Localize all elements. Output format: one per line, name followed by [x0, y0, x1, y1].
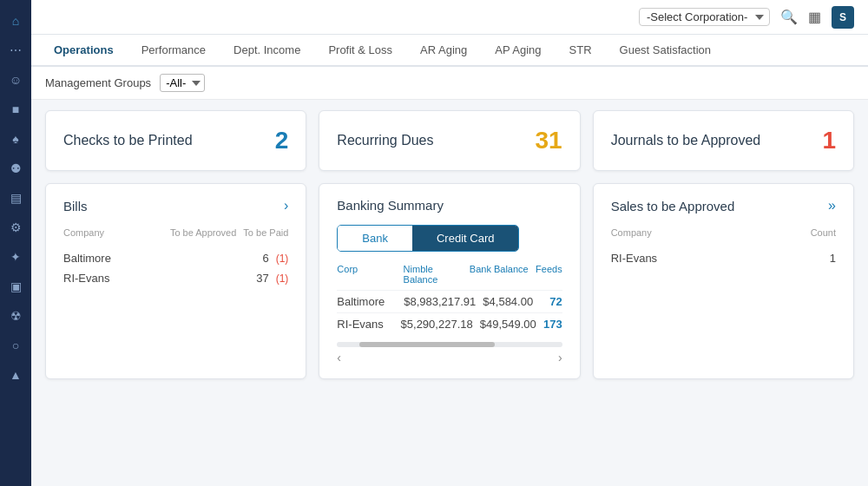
sales-row-0: RI-Evans 1: [611, 248, 836, 268]
bills-table-header: Company To be Approved To be Paid: [63, 227, 288, 241]
banking-row-0: Baltimore $8,983,217.91 $4,584.00 72: [337, 290, 562, 312]
banking-corp-0: Baltimore: [337, 295, 397, 308]
link-icon[interactable]: ⚉: [3, 156, 28, 181]
sales-company-0: RI-Evans: [611, 252, 830, 265]
banking-next-icon[interactable]: ›: [558, 351, 562, 364]
banking-scroll-thumb: [359, 342, 495, 347]
sales-title: Sales to be Approved: [611, 199, 735, 213]
search-icon[interactable]: 🔍: [780, 9, 798, 25]
banking-col-feeds: Feeds: [536, 264, 562, 285]
filter-label: Management Groups: [45, 76, 151, 89]
home-icon[interactable]: ⌂: [3, 9, 28, 33]
sales-expand-icon[interactable]: »: [828, 198, 836, 213]
bills-company-1: RI-Evans: [63, 272, 249, 285]
banking-feeds-0[interactable]: 72: [549, 295, 562, 308]
bills-col-approved: To be Approved: [170, 227, 236, 238]
sales-card: Sales to be Approved » Company Count RI-…: [593, 183, 854, 379]
bills-approved-0: 6: [262, 252, 268, 265]
journals-title: Journals to be Approved: [611, 133, 761, 148]
checks-card: Checks to be Printed 2: [45, 110, 306, 171]
banking-nimble-1: $5,290,227.18: [401, 318, 473, 331]
building-icon[interactable]: ■: [3, 97, 28, 122]
bills-row-1: RI-Evans 37 (1): [63, 268, 288, 288]
bills-col-company: Company: [63, 227, 163, 238]
banking-scrollbar[interactable]: [337, 342, 562, 347]
sidebar: ⌂ ⋯ ☺ ■ ♠ ⚉ ▤ ⚙ ✦ ▣ ☢ ○ ▲: [0, 0, 31, 486]
gear-icon[interactable]: ☢: [3, 304, 28, 328]
sales-table-header: Company Count: [611, 227, 836, 241]
banking-bank-0: $4,584.00: [483, 295, 542, 308]
tab-ar-aging[interactable]: AR Aging: [406, 35, 481, 67]
stat-cards-row: Checks to be Printed 2 Recurring Dues 31…: [45, 110, 854, 171]
bills-row-0: Baltimore 6 (1): [63, 248, 288, 268]
banking-row-1: RI-Evans $5,290,227.18 $49,549.00 173: [337, 312, 562, 335]
bills-title: Bills: [63, 199, 88, 213]
management-group-select[interactable]: -All-: [160, 74, 205, 92]
menu-dots-icon[interactable]: ⋯: [3, 38, 28, 62]
grid-icon[interactable]: ▤: [3, 186, 28, 210]
banking-corp-1: RI-Evans: [337, 318, 393, 331]
wrench-icon[interactable]: ✦: [3, 245, 28, 269]
tab-operations[interactable]: Operations: [40, 35, 128, 67]
bottom-row: Bills › Company To be Approved To be Pai…: [45, 183, 854, 379]
settings-icon[interactable]: ⚙: [3, 215, 28, 240]
banking-bank-1: $49,549.00: [480, 318, 536, 331]
sales-col-company: Company: [611, 227, 811, 238]
banking-col-nimble: Nimble Balance: [404, 264, 463, 285]
banking-tabs: Bank Credit Card: [337, 225, 519, 252]
graph-icon[interactable]: ▲: [3, 363, 28, 387]
banking-nimble-0: $8,983,217.91: [404, 295, 476, 308]
bank-tab[interactable]: Bank: [338, 226, 412, 251]
person-icon[interactable]: ☺: [3, 68, 28, 92]
corporation-select[interactable]: -Select Corporation-: [639, 8, 770, 26]
avatar[interactable]: S: [832, 6, 854, 29]
banking-prev-icon[interactable]: ‹: [337, 351, 341, 364]
coins-icon[interactable]: ○: [3, 333, 28, 358]
bills-approved-1: 37: [256, 272, 268, 285]
tab-profit-loss[interactable]: Profit & Loss: [314, 35, 406, 67]
tab-str[interactable]: STR: [556, 35, 606, 67]
banking-col-corp: Corp: [337, 264, 396, 285]
journals-card: Journals to be Approved 1: [593, 110, 854, 171]
banking-nav: ‹ ›: [337, 351, 562, 364]
main-area: -Select Corporation- 🔍 ▦ S Operations Pe…: [31, 0, 868, 486]
filter-bar: Management Groups -All-: [31, 67, 868, 100]
recurring-card: Recurring Dues 31: [319, 110, 580, 171]
checks-title: Checks to be Printed: [63, 133, 193, 148]
banking-card: Banking Summary Bank Credit Card Corp Ni…: [319, 183, 580, 379]
people-icon[interactable]: ♠: [3, 127, 28, 151]
bills-table: Company To be Approved To be Paid Baltim…: [63, 227, 288, 288]
tab-performance[interactable]: Performance: [128, 35, 220, 67]
recurring-title: Recurring Dues: [337, 133, 433, 148]
apps-icon[interactable]: ▦: [808, 9, 821, 25]
tab-guest-satisfaction[interactable]: Guest Satisfaction: [606, 35, 726, 67]
topbar: -Select Corporation- 🔍 ▦ S: [31, 0, 868, 35]
bills-header: Bills ›: [63, 198, 288, 213]
credit-card-tab[interactable]: Credit Card: [412, 226, 518, 251]
bills-company-0: Baltimore: [63, 252, 255, 265]
tab-dept-income[interactable]: Dept. Income: [220, 35, 314, 67]
sales-count-0: 1: [830, 252, 836, 265]
banking-table: Corp Nimble Balance Bank Balance Feeds B…: [337, 264, 562, 335]
content-area: Checks to be Printed 2 Recurring Dues 31…: [31, 100, 868, 486]
checks-value: 2: [275, 127, 289, 154]
bills-paid-0: (1): [276, 253, 289, 265]
tab-ap-aging[interactable]: AP Aging: [481, 35, 555, 67]
banking-feeds-1[interactable]: 173: [543, 318, 562, 331]
banking-table-header: Corp Nimble Balance Bank Balance Feeds: [337, 264, 562, 290]
sales-col-count: Count: [811, 227, 836, 238]
sales-header: Sales to be Approved »: [611, 198, 836, 213]
bills-card: Bills › Company To be Approved To be Pai…: [45, 183, 306, 379]
bills-paid-1: (1): [276, 273, 289, 285]
nav-tabs: Operations Performance Dept. Income Prof…: [31, 35, 868, 67]
bills-expand-icon[interactable]: ›: [284, 198, 288, 213]
recurring-value: 31: [536, 127, 562, 154]
bills-col-paid: To be Paid: [243, 227, 288, 238]
journals-value: 1: [822, 127, 836, 154]
banking-col-bank: Bank Balance: [470, 264, 529, 285]
doc-icon[interactable]: ▣: [3, 274, 28, 299]
banking-title: Banking Summary: [337, 198, 562, 213]
